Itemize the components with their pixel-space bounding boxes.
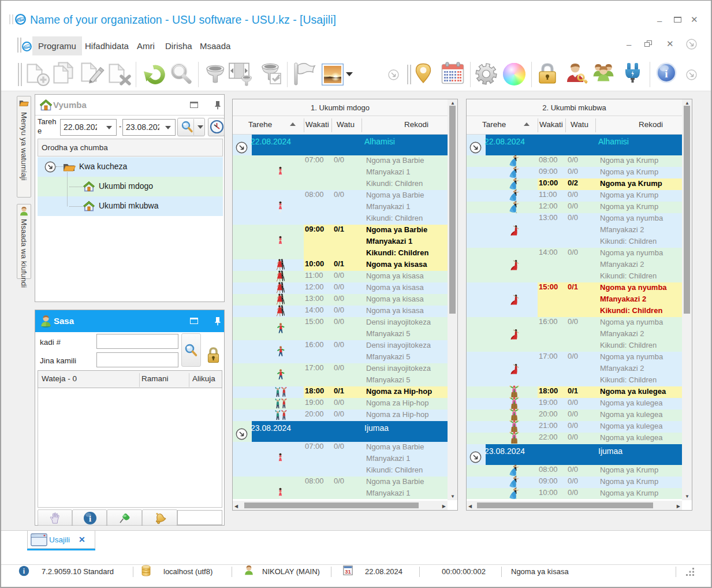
svg-text:31: 31 — [345, 568, 351, 575]
svg-text:i: i — [665, 68, 668, 80]
svg-text:i: i — [89, 514, 91, 523]
